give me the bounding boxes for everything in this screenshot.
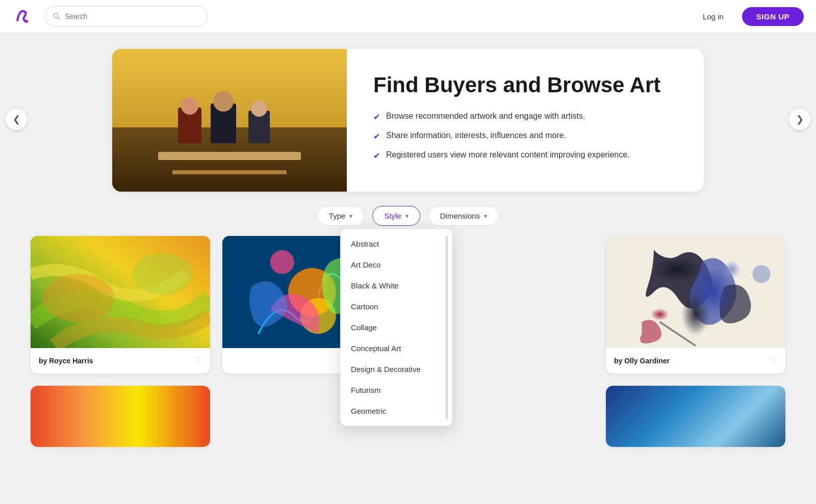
style-chevron-icon: ▾ (405, 213, 409, 220)
artist-byline-1: by Royce Harris (39, 357, 93, 365)
style-filter-wrapper: Style ▾ Abstract Art Deco Black & White … (372, 206, 420, 226)
artwork-card-1: by Royce Harris ♡ (31, 236, 210, 374)
logo[interactable] (12, 5, 35, 28)
style-option-collage[interactable]: Collage (341, 317, 452, 338)
checkmark-icon-2: ✔ (373, 130, 380, 143)
style-option-conceptual-art[interactable]: Conceptual Art (341, 338, 452, 359)
hero-bullet-text-3: Registered users view more relevant cont… (386, 149, 630, 161)
svg-point-5 (132, 253, 192, 295)
search-icon (53, 12, 61, 20)
hero-content: Find Buyers and Browse Art ✔ Browse reco… (347, 49, 687, 192)
type-filter-button[interactable]: Type ▾ (317, 206, 365, 226)
svg-point-0 (25, 20, 28, 23)
chevron-left-icon: ❮ (13, 114, 20, 125)
filters-row: Type ▾ Style ▾ Abstract Art Deco Black &… (0, 206, 816, 236)
artist-name-4: Olly Gardiner (624, 357, 670, 365)
checkmark-icon-3: ✔ (373, 150, 380, 162)
artist-by-label-4: by (614, 357, 624, 365)
style-option-art-deco[interactable]: Art Deco (341, 254, 452, 275)
search-input[interactable] (65, 12, 200, 20)
style-option-abstract[interactable]: Abstract (341, 233, 452, 254)
hero-image (112, 49, 347, 192)
dimensions-filter-label: Dimensions (440, 211, 480, 220)
artwork-svg-1 (31, 236, 210, 348)
hero-prev-button[interactable]: ❮ (5, 108, 28, 130)
artwork-image-1 (31, 236, 210, 348)
style-option-futurism[interactable]: Futurism (341, 380, 452, 401)
svg-point-9 (270, 250, 294, 274)
hero-bullet-2: ✔ Share information, interests, influenc… (373, 129, 660, 143)
style-dropdown-menu: Abstract Art Deco Black & White Cartoon … (340, 229, 452, 426)
svg-line-2 (58, 17, 60, 19)
favorite-button-4[interactable]: ♡ (769, 355, 777, 366)
artwork-image-5 (31, 386, 210, 447)
style-option-black-white[interactable]: Black & White (341, 275, 452, 296)
type-chevron-icon: ▾ (349, 213, 352, 220)
hero-section: ❮ (0, 33, 816, 206)
artist-by-label-1: by (39, 357, 49, 365)
artwork-footer-4: by Olly Gardiner ♡ (606, 348, 785, 374)
style-option-design-decorative[interactable]: Design & Decorative (341, 359, 452, 380)
style-option-cartoon[interactable]: Cartoon (341, 296, 452, 317)
hero-title: Find Buyers and Browse Art (373, 72, 660, 98)
artist-name-1: Royce Harris (49, 357, 93, 365)
style-filter-button[interactable]: Style ▾ (372, 206, 420, 226)
style-option-geometric[interactable]: Geometric (341, 401, 452, 421)
hero-bullet-text-2: Share information, interests, influences… (386, 129, 566, 142)
header: Log in SIGN UP (0, 0, 816, 33)
login-button[interactable]: Log in (695, 8, 732, 25)
type-filter-label: Type (329, 211, 346, 220)
svg-point-4 (42, 274, 114, 322)
style-filter-label: Style (384, 211, 401, 220)
artwork-card-4: by Olly Gardiner ♡ (606, 236, 785, 374)
chevron-right-icon: ❯ (796, 114, 804, 125)
artist-byline-4: by Olly Gardiner (614, 357, 670, 365)
hero-card: Find Buyers and Browse Art ✔ Browse reco… (112, 49, 704, 192)
artwork-image-4 (606, 236, 785, 348)
dimensions-chevron-icon: ▾ (484, 213, 487, 220)
favorite-button-1[interactable]: ♡ (194, 355, 202, 366)
hero-bullet-1: ✔ Browse recommended artwork and engage … (373, 110, 660, 123)
hero-next-button[interactable]: ❯ (788, 108, 811, 130)
dimensions-filter-button[interactable]: Dimensions ▾ (428, 206, 499, 226)
artwork-footer-1: by Royce Harris ♡ (31, 348, 210, 374)
signup-button[interactable]: SIGN UP (742, 7, 804, 26)
artwork-card-8 (606, 386, 785, 447)
hero-bullet-text-1: Browse recommended artwork and engage wi… (386, 110, 585, 122)
checkmark-icon-1: ✔ (373, 111, 380, 123)
search-bar (45, 6, 208, 26)
artwork-card-5 (31, 386, 210, 447)
hero-bullet-3: ✔ Registered users view more relevant co… (373, 149, 660, 162)
artwork-image-8 (606, 386, 785, 447)
